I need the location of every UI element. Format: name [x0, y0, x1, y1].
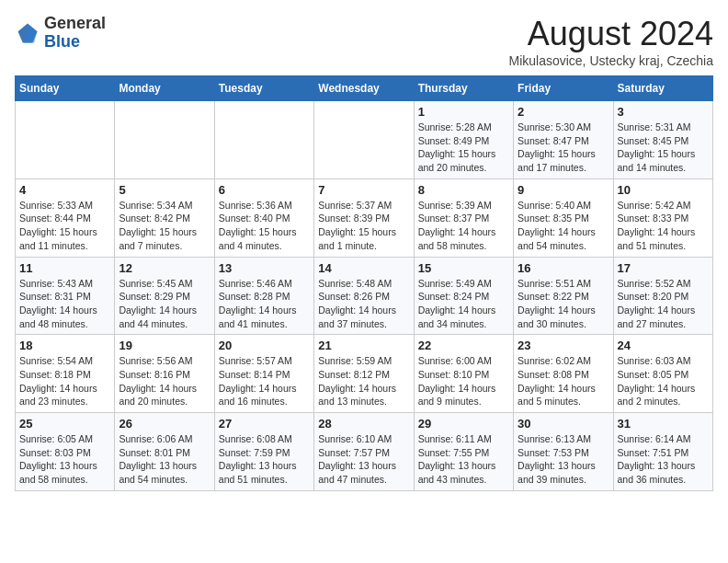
calendar-cell: 3Sunrise: 5:31 AM Sunset: 8:45 PM Daylig…: [613, 101, 712, 179]
day-number: 31: [618, 417, 709, 431]
day-info: Sunrise: 6:02 AM Sunset: 8:08 PM Dayligh…: [518, 354, 609, 408]
calendar-table: SundayMondayTuesdayWednesdayThursdayFrid…: [15, 75, 713, 491]
day-info: Sunrise: 6:05 AM Sunset: 8:03 PM Dayligh…: [19, 432, 110, 487]
calendar-cell: 7Sunrise: 5:37 AM Sunset: 8:39 PM Daylig…: [314, 178, 414, 257]
day-number: 1: [418, 105, 509, 119]
calendar-cell: 27Sunrise: 6:08 AM Sunset: 7:59 PM Dayli…: [214, 413, 313, 491]
page-header: General Blue August 2024 Mikulasovice, U…: [15, 15, 713, 68]
calendar-cell: 28Sunrise: 6:10 AM Sunset: 7:57 PM Dayli…: [314, 413, 414, 491]
day-number: 8: [418, 183, 509, 197]
calendar-week-row: 11Sunrise: 5:43 AM Sunset: 8:31 PM Dayli…: [16, 257, 713, 335]
day-number: 20: [219, 339, 310, 352]
calendar-cell: 15Sunrise: 5:49 AM Sunset: 8:24 PM Dayli…: [414, 257, 513, 335]
calendar-cell: 5Sunrise: 5:34 AM Sunset: 8:42 PM Daylig…: [115, 178, 214, 257]
day-info: Sunrise: 5:45 AM Sunset: 8:29 PM Dayligh…: [119, 277, 210, 331]
day-info: Sunrise: 5:48 AM Sunset: 8:26 PM Dayligh…: [318, 277, 409, 331]
logo: General Blue: [15, 15, 106, 52]
day-number: 7: [318, 183, 409, 197]
day-info: Sunrise: 5:56 AM Sunset: 8:16 PM Dayligh…: [119, 354, 210, 408]
weekday-header: Tuesday: [214, 76, 313, 101]
calendar-cell: 22Sunrise: 6:00 AM Sunset: 8:10 PM Dayli…: [414, 335, 513, 413]
weekday-header-row: SundayMondayTuesdayWednesdayThursdayFrid…: [16, 76, 713, 101]
calendar-week-row: 4Sunrise: 5:33 AM Sunset: 8:44 PM Daylig…: [16, 178, 713, 257]
calendar-cell: 20Sunrise: 5:57 AM Sunset: 8:14 PM Dayli…: [214, 335, 313, 413]
calendar-cell: 26Sunrise: 6:06 AM Sunset: 8:01 PM Dayli…: [115, 413, 214, 491]
calendar-cell: 13Sunrise: 5:46 AM Sunset: 8:28 PM Dayli…: [214, 257, 313, 335]
day-number: 15: [418, 261, 509, 275]
calendar-cell: 9Sunrise: 5:40 AM Sunset: 8:35 PM Daylig…: [514, 178, 613, 257]
day-number: 9: [518, 183, 609, 197]
calendar-cell: 4Sunrise: 5:33 AM Sunset: 8:44 PM Daylig…: [16, 178, 115, 257]
day-info: Sunrise: 5:30 AM Sunset: 8:47 PM Dayligh…: [518, 121, 609, 175]
logo-text: General Blue: [44, 15, 106, 52]
day-info: Sunrise: 5:52 AM Sunset: 8:20 PM Dayligh…: [618, 277, 709, 331]
day-info: Sunrise: 5:49 AM Sunset: 8:24 PM Dayligh…: [418, 277, 509, 331]
day-info: Sunrise: 5:43 AM Sunset: 8:31 PM Dayligh…: [19, 277, 110, 331]
day-info: Sunrise: 6:06 AM Sunset: 8:01 PM Dayligh…: [119, 432, 210, 487]
calendar-cell: 21Sunrise: 5:59 AM Sunset: 8:12 PM Dayli…: [314, 335, 414, 413]
day-number: 18: [19, 339, 110, 352]
calendar-cell: [214, 101, 313, 179]
calendar-week-row: 25Sunrise: 6:05 AM Sunset: 8:03 PM Dayli…: [16, 413, 713, 491]
day-info: Sunrise: 5:28 AM Sunset: 8:49 PM Dayligh…: [418, 121, 509, 175]
day-info: Sunrise: 5:36 AM Sunset: 8:40 PM Dayligh…: [219, 199, 310, 253]
day-number: 10: [618, 183, 709, 197]
day-number: 2: [518, 105, 609, 119]
weekday-header: Friday: [514, 76, 613, 101]
logo-general: General: [44, 15, 106, 33]
month-title: August 2024: [508, 15, 713, 53]
calendar-cell: 6Sunrise: 5:36 AM Sunset: 8:40 PM Daylig…: [214, 178, 313, 257]
calendar-cell: 10Sunrise: 5:42 AM Sunset: 8:33 PM Dayli…: [613, 178, 712, 257]
calendar-cell: 1Sunrise: 5:28 AM Sunset: 8:49 PM Daylig…: [414, 101, 513, 179]
calendar-cell: 8Sunrise: 5:39 AM Sunset: 8:37 PM Daylig…: [414, 178, 513, 257]
day-number: 22: [418, 339, 509, 352]
day-number: 11: [19, 261, 110, 275]
day-info: Sunrise: 6:08 AM Sunset: 7:59 PM Dayligh…: [219, 432, 310, 487]
day-info: Sunrise: 6:10 AM Sunset: 7:57 PM Dayligh…: [318, 432, 409, 487]
calendar-cell: 17Sunrise: 5:52 AM Sunset: 8:20 PM Dayli…: [613, 257, 712, 335]
day-number: 21: [318, 339, 409, 352]
weekday-header: Sunday: [16, 76, 115, 101]
generalblue-logo-icon: [15, 20, 40, 46]
day-info: Sunrise: 5:59 AM Sunset: 8:12 PM Dayligh…: [318, 354, 409, 408]
day-info: Sunrise: 5:42 AM Sunset: 8:33 PM Dayligh…: [618, 199, 709, 253]
day-number: 19: [119, 339, 210, 352]
calendar-week-row: 1Sunrise: 5:28 AM Sunset: 8:49 PM Daylig…: [16, 101, 713, 179]
calendar-cell: 24Sunrise: 6:03 AM Sunset: 8:05 PM Dayli…: [613, 335, 712, 413]
weekday-header: Monday: [115, 76, 214, 101]
calendar-cell: [314, 101, 414, 179]
day-info: Sunrise: 5:51 AM Sunset: 8:22 PM Dayligh…: [518, 277, 609, 331]
day-info: Sunrise: 5:37 AM Sunset: 8:39 PM Dayligh…: [318, 199, 409, 253]
day-info: Sunrise: 6:14 AM Sunset: 7:51 PM Dayligh…: [618, 432, 709, 487]
calendar-week-row: 18Sunrise: 5:54 AM Sunset: 8:18 PM Dayli…: [16, 335, 713, 413]
day-number: 14: [318, 261, 409, 275]
calendar-cell: 23Sunrise: 6:02 AM Sunset: 8:08 PM Dayli…: [514, 335, 613, 413]
day-info: Sunrise: 5:33 AM Sunset: 8:44 PM Dayligh…: [19, 199, 110, 253]
day-info: Sunrise: 5:46 AM Sunset: 8:28 PM Dayligh…: [219, 277, 310, 331]
calendar-cell: 11Sunrise: 5:43 AM Sunset: 8:31 PM Dayli…: [16, 257, 115, 335]
day-info: Sunrise: 6:03 AM Sunset: 8:05 PM Dayligh…: [618, 354, 709, 408]
weekday-header: Thursday: [414, 76, 513, 101]
day-number: 12: [119, 261, 210, 275]
day-number: 16: [518, 261, 609, 275]
calendar-cell: [115, 101, 214, 179]
calendar-cell: 29Sunrise: 6:11 AM Sunset: 7:55 PM Dayli…: [414, 413, 513, 491]
weekday-header: Saturday: [613, 76, 712, 101]
calendar-cell: 2Sunrise: 5:30 AM Sunset: 8:47 PM Daylig…: [514, 101, 613, 179]
day-info: Sunrise: 6:13 AM Sunset: 7:53 PM Dayligh…: [518, 432, 609, 487]
logo-blue: Blue: [44, 33, 106, 52]
calendar-cell: 31Sunrise: 6:14 AM Sunset: 7:51 PM Dayli…: [613, 413, 712, 491]
day-number: 24: [618, 339, 709, 352]
calendar-cell: 19Sunrise: 5:56 AM Sunset: 8:16 PM Dayli…: [115, 335, 214, 413]
calendar-cell: 25Sunrise: 6:05 AM Sunset: 8:03 PM Dayli…: [16, 413, 115, 491]
weekday-header: Wednesday: [314, 76, 414, 101]
day-number: 27: [219, 417, 310, 431]
day-number: 13: [219, 261, 310, 275]
day-number: 6: [219, 183, 310, 197]
calendar-cell: [16, 101, 115, 179]
day-number: 28: [318, 417, 409, 431]
day-info: Sunrise: 6:00 AM Sunset: 8:10 PM Dayligh…: [418, 354, 509, 408]
day-number: 25: [19, 417, 110, 431]
title-area: August 2024 Mikulasovice, Ustecky kraj, …: [508, 15, 713, 68]
location: Mikulasovice, Ustecky kraj, Czechia: [508, 53, 713, 68]
